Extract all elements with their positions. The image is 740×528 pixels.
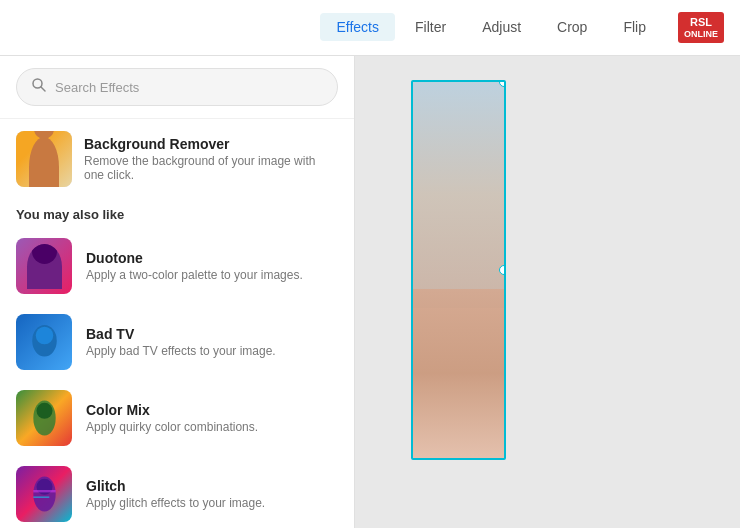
glitch-desc: Apply glitch effects to your image. [86,496,265,510]
search-bar [0,56,354,119]
duotone-thumbnail [16,238,72,294]
bg-remover-desc: Remove the background of your image with… [84,154,338,182]
effect-item-duotone[interactable]: Duotone Apply a two-color palette to you… [0,228,354,304]
tab-flip[interactable]: Flip [607,13,662,41]
top-nav: Effects Filter Adjust Crop Flip RSL ONLI… [0,0,740,56]
resize-handle-top-right[interactable] [499,80,506,87]
nav-tabs: Effects Filter Adjust Crop Flip RSL ONLI… [320,12,724,44]
duotone-desc: Apply a two-color palette to your images… [86,268,303,282]
svg-rect-8 [33,490,55,492]
glitch-thumbnail [16,466,72,522]
colormix-desc: Apply quirky color combinations. [86,420,258,434]
main-content: Background Remover Remove the background… [0,56,740,528]
svg-rect-9 [33,496,49,498]
colormix-name: Color Mix [86,402,258,418]
duotone-name: Duotone [86,250,303,266]
resize-handle-mid-right[interactable] [499,265,506,275]
tab-adjust[interactable]: Adjust [466,13,537,41]
sidebar: Background Remover Remove the background… [0,56,355,528]
tab-effects[interactable]: Effects [320,13,395,41]
colormix-info: Color Mix Apply quirky color combination… [86,402,258,434]
bg-remover-info: Background Remover Remove the background… [84,136,338,182]
rsl-badge: RSL ONLINE [678,12,724,44]
effect-item-glitch[interactable]: Glitch Apply glitch effects to your imag… [0,456,354,528]
search-input[interactable] [55,80,323,95]
badtv-name: Bad TV [86,326,276,342]
search-input-wrapper[interactable] [16,68,338,106]
bg-remover-name: Background Remover [84,136,338,152]
bg-remover-thumbnail [16,131,72,187]
effect-list: Duotone Apply a two-color palette to you… [0,228,354,528]
glitch-info: Glitch Apply glitch effects to your imag… [86,478,265,510]
badtv-desc: Apply bad TV effects to your image. [86,344,276,358]
svg-line-1 [41,87,45,91]
background-remover-item[interactable]: Background Remover Remove the background… [0,119,354,199]
tab-crop[interactable]: Crop [541,13,603,41]
section-title: You may also like [0,199,354,228]
effect-item-badtv[interactable]: Bad TV Apply bad TV effects to your imag… [0,304,354,380]
glitch-name: Glitch [86,478,265,494]
tab-filter[interactable]: Filter [399,13,462,41]
canvas-image [411,80,506,460]
badtv-thumbnail [16,314,72,370]
duotone-info: Duotone Apply a two-color palette to you… [86,250,303,282]
badtv-info: Bad TV Apply bad TV effects to your imag… [86,326,276,358]
canvas-area [355,56,740,528]
canvas-wrapper [411,80,506,460]
colormix-thumbnail [16,390,72,446]
svg-point-5 [36,403,52,419]
svg-point-3 [35,326,53,344]
effect-item-colormix[interactable]: Color Mix Apply quirky color combination… [0,380,354,456]
search-icon [31,77,47,97]
